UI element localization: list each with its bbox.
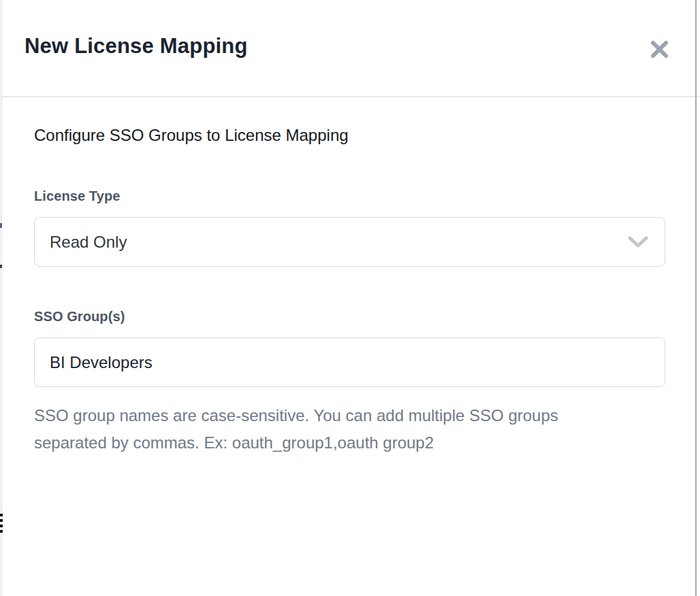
license-type-selected-value: Read Only — [50, 233, 127, 252]
sso-groups-help-text: SSO group names are case-sensitive. You … — [34, 402, 613, 457]
chevron-down-icon — [628, 236, 648, 248]
sso-groups-label: SSO Group(s) — [34, 309, 665, 325]
config-subtitle: Configure SSO Groups to License Mapping — [34, 126, 665, 145]
modal-body: Configure SSO Groups to License Mapping … — [0, 97, 700, 457]
sso-groups-input[interactable] — [34, 337, 665, 387]
new-license-mapping-modal: New License Mapping Configure SSO Groups… — [0, 0, 700, 596]
modal-header: New License Mapping — [0, 0, 700, 97]
license-type-label: License Type — [34, 188, 665, 204]
background-page-edge — [0, 0, 2, 596]
list-icon-fragment — [0, 525, 3, 527]
background-fragment — [0, 265, 2, 268]
screen: New License Mapping Configure SSO Groups… — [0, 0, 700, 596]
modal-title: New License Mapping — [25, 34, 248, 59]
close-button[interactable] — [648, 38, 670, 60]
close-icon — [650, 40, 669, 59]
background-fragment — [0, 223, 2, 228]
license-type-select[interactable]: Read Only — [34, 217, 665, 267]
list-icon-fragment — [0, 519, 3, 522]
window-right-edge — [695, 0, 697, 596]
list-icon-fragment — [0, 530, 3, 533]
list-icon-fragment — [0, 514, 3, 516]
